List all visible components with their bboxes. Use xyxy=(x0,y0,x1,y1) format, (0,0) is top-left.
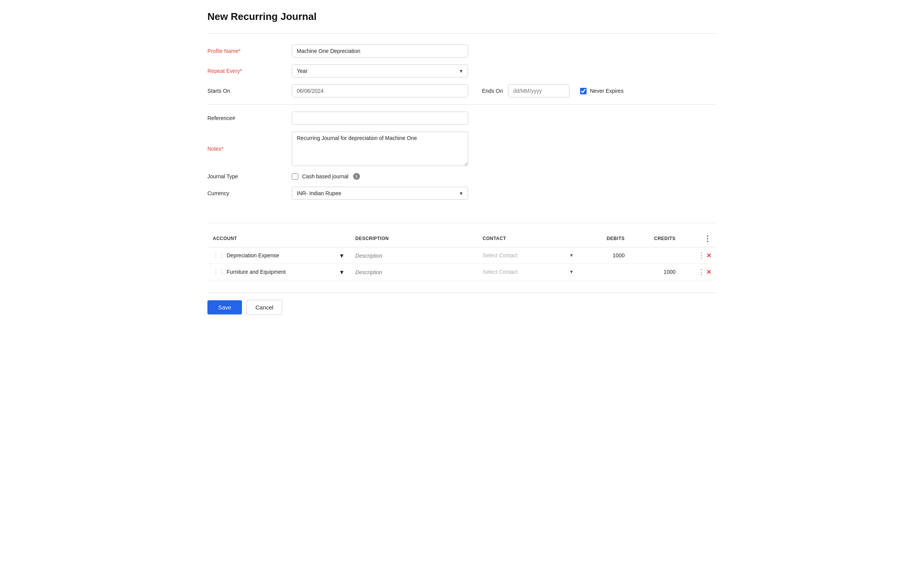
ends-on-label: Ends On xyxy=(482,88,503,94)
row2-contact-placeholder: Select Contact xyxy=(483,269,567,275)
row1-contact-chevron-icon[interactable]: ▼ xyxy=(569,253,574,258)
row1-contact-cell: Select Contact ▼ xyxy=(477,247,579,264)
row1-description-input[interactable] xyxy=(355,253,472,259)
row1-actions-cell: ⋮ ✕ xyxy=(681,247,717,264)
form-section: Profile Name* Repeat Every* Day Week Mon… xyxy=(207,41,717,214)
row2-account-cell: ⋮⋮ Furniture and Equipment ▼ xyxy=(207,264,350,280)
col-header-credits: CREDITS xyxy=(630,230,681,247)
starts-on-label: Starts On xyxy=(207,88,292,94)
col-header-contact: CONTACT xyxy=(477,230,579,247)
row1-contact-wrapper: Select Contact ▼ xyxy=(483,252,574,258)
repeat-every-select[interactable]: Day Week Month Year xyxy=(292,64,468,77)
mid-divider xyxy=(207,104,717,105)
col-header-account: ACCOUNT xyxy=(207,230,350,247)
never-expires-checkbox[interactable] xyxy=(580,88,587,94)
row1-actions-group: ⋮ ✕ xyxy=(686,251,711,260)
never-expires-group: Never Expires xyxy=(580,88,623,94)
col-header-description: DESCRIPTION xyxy=(350,230,477,247)
notes-row: Notes* Recurring Journal for depreciatio… xyxy=(207,132,717,166)
row2-credit-cell: 1000 xyxy=(630,264,681,280)
page-container: New Recurring Journal Profile Name* Repe… xyxy=(194,0,730,330)
repeat-every-wrapper: Day Week Month Year ▼ xyxy=(292,64,468,77)
row2-actions-cell: ⋮ ✕ xyxy=(681,264,717,280)
cash-journal-info-icon: i xyxy=(353,173,360,180)
currency-label: Currency xyxy=(207,190,292,196)
row2-delete-icon[interactable]: ✕ xyxy=(706,268,711,276)
row2-account-wrapper: ⋮⋮ Furniture and Equipment ▼ xyxy=(213,268,345,276)
row1-description-cell xyxy=(350,247,477,264)
row2-account-chevron-icon[interactable]: ▼ xyxy=(339,269,345,275)
profile-name-input[interactable] xyxy=(292,44,468,58)
footer-actions: Save Cancel xyxy=(207,293,717,315)
currency-wrapper: INR- Indian Rupee USD- US Dollar EUR- Eu… xyxy=(292,187,468,200)
never-expires-label[interactable]: Never Expires xyxy=(590,88,623,94)
row2-drag-handle-icon[interactable]: ⋮⋮ xyxy=(213,268,225,276)
row2-debit-cell xyxy=(579,264,630,280)
row2-actions-group: ⋮ ✕ xyxy=(686,268,711,276)
repeat-every-row: Repeat Every* Day Week Month Year ▼ xyxy=(207,64,717,77)
cash-journal-checkbox[interactable] xyxy=(292,173,298,180)
row1-account-name: Depreciation Expense xyxy=(227,252,336,258)
currency-select[interactable]: INR- Indian Rupee USD- US Dollar EUR- Eu… xyxy=(292,187,468,200)
row1-drag-handle-icon[interactable]: ⋮⋮ xyxy=(213,252,225,259)
repeat-every-label: Repeat Every* xyxy=(207,68,292,74)
profile-name-label: Profile Name* xyxy=(207,48,292,54)
row1-contact-placeholder: Select Contact xyxy=(483,252,567,258)
save-button[interactable]: Save xyxy=(207,300,242,314)
row2-description-input[interactable] xyxy=(355,269,472,275)
top-divider xyxy=(207,33,717,34)
row2-account-name: Furniture and Equipment xyxy=(227,269,336,275)
ends-on-group: Ends On Never Expires xyxy=(482,84,623,97)
col-header-actions: ⋮ xyxy=(681,230,717,247)
journal-type-row: Journal Type Cash based journal i xyxy=(207,173,717,180)
journal-type-label: Journal Type xyxy=(207,173,292,179)
reference-row: Reference# xyxy=(207,112,717,125)
table-header-row: ACCOUNT DESCRIPTION CONTACT DEBITS CREDI… xyxy=(207,230,717,247)
row2-description-cell xyxy=(350,264,477,280)
notes-label: Notes* xyxy=(207,146,292,152)
row1-credit-cell xyxy=(630,247,681,264)
notes-textarea[interactable]: Recurring Journal for depreciation of Ma… xyxy=(292,132,468,166)
row1-debit-cell: 1000 xyxy=(579,247,630,264)
journal-table: ACCOUNT DESCRIPTION CONTACT DEBITS CREDI… xyxy=(207,230,717,280)
journal-table-section: ACCOUNT DESCRIPTION CONTACT DEBITS CREDI… xyxy=(207,223,717,280)
row1-account-wrapper: ⋮⋮ Depreciation Expense ▼ xyxy=(213,252,345,259)
cancel-button[interactable]: Cancel xyxy=(247,300,282,315)
dates-row: Starts On Ends On Never Expires xyxy=(207,84,717,97)
cash-journal-label[interactable]: Cash based journal xyxy=(302,173,349,179)
ends-on-input[interactable] xyxy=(508,84,569,97)
currency-row: Currency INR- Indian Rupee USD- US Dolla… xyxy=(207,187,717,200)
row2-contact-chevron-icon[interactable]: ▼ xyxy=(569,269,574,275)
row2-contact-cell: Select Contact ▼ xyxy=(477,264,579,280)
col-header-debits: DEBITS xyxy=(579,230,630,247)
row1-delete-icon[interactable]: ✕ xyxy=(706,252,711,259)
row2-action-dots-icon[interactable]: ⋮ xyxy=(698,268,705,276)
table-row: ⋮⋮ Depreciation Expense ▼ Select Contact… xyxy=(207,247,717,264)
reference-label: Reference# xyxy=(207,115,292,121)
row2-contact-wrapper: Select Contact ▼ xyxy=(483,269,574,275)
row1-action-dots-icon[interactable]: ⋮ xyxy=(698,251,705,260)
table-actions-dots-icon[interactable]: ⋮ xyxy=(704,234,711,243)
row1-account-chevron-icon[interactable]: ▼ xyxy=(339,252,345,259)
journal-type-control: Cash based journal i xyxy=(292,173,360,180)
page-title: New Recurring Journal xyxy=(207,11,717,23)
row1-account-cell: ⋮⋮ Depreciation Expense ▼ xyxy=(207,247,350,264)
table-row: ⋮⋮ Furniture and Equipment ▼ Select Cont… xyxy=(207,264,717,280)
profile-name-row: Profile Name* xyxy=(207,44,717,58)
starts-on-input[interactable] xyxy=(292,84,468,97)
reference-input[interactable] xyxy=(292,112,468,125)
